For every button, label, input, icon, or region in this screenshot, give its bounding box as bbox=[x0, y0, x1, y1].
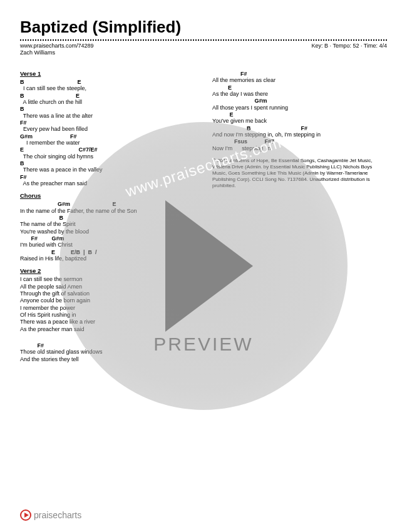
lyric-line: I can still see the steeple, bbox=[20, 85, 195, 91]
subheader: www.praisecharts.com/74289 Key: B · Temp… bbox=[20, 43, 387, 49]
lyric-line: All the memories as clear bbox=[212, 77, 387, 83]
verse1-label: Verse 1 bbox=[20, 71, 195, 78]
chord-line: B E bbox=[20, 79, 195, 85]
brand-text: praisecharts bbox=[34, 510, 81, 520]
chord-line: E bbox=[212, 111, 387, 118]
lyric-line: As the day I was there bbox=[212, 91, 387, 97]
song-meta: Key: B · Tempo: 52 · Time: 4/4 bbox=[312, 43, 387, 49]
lyric-pair: F#All the memories as clear bbox=[212, 71, 387, 84]
lyric-line: All those years I spent running bbox=[212, 105, 387, 111]
lyric-pair: B There was a line at the alter bbox=[20, 106, 195, 119]
brand-play-icon bbox=[20, 509, 31, 521]
chord-line: B E bbox=[20, 93, 195, 99]
chord-line: F# bbox=[212, 71, 387, 77]
footer-brand: praisecharts bbox=[20, 509, 81, 521]
source-url: www.praisecharts.com/74289 bbox=[20, 43, 94, 49]
song-title: Baptized (Simplified) bbox=[20, 18, 387, 37]
lyric-pair: G#mAll those years I spent running bbox=[212, 98, 387, 111]
play-icon bbox=[165, 200, 253, 332]
divider bbox=[20, 39, 387, 41]
chord-line: G#m bbox=[212, 98, 387, 104]
watermark-url: www.praisecharts.com bbox=[123, 134, 284, 201]
lyric-pair: B E I can still see the steeple, bbox=[20, 79, 195, 92]
lyric-line: There was a line at the alter bbox=[20, 113, 195, 119]
chord-line: E bbox=[212, 84, 387, 91]
lyric-pair: B E A little church on the hill bbox=[20, 93, 195, 106]
watermark: www.praisecharts.com PREVIEW bbox=[59, 122, 348, 410]
lyric-pair: EAs the day I was there bbox=[212, 84, 387, 98]
artist: Zach Williams bbox=[20, 49, 387, 56]
preview-label: PREVIEW bbox=[153, 334, 253, 355]
chord-line: B bbox=[20, 106, 195, 112]
lyric-line: A little church on the hill bbox=[20, 99, 195, 105]
